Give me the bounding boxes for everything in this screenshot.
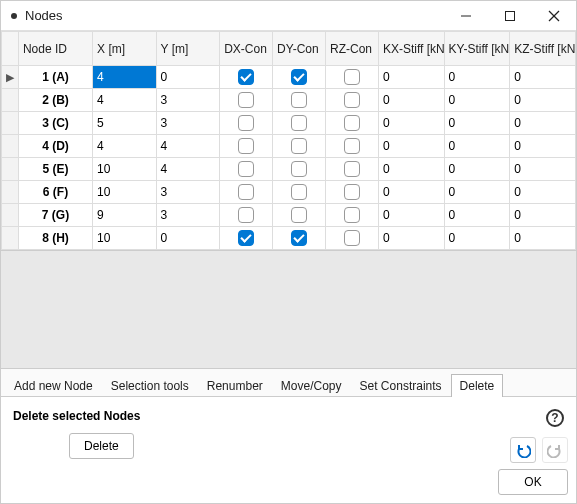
cell-kx[interactable]: 0 — [378, 158, 444, 181]
col-dx[interactable]: DX-Con — [220, 32, 273, 66]
tab-add-node[interactable]: Add new Node — [5, 374, 102, 397]
cell-node-id[interactable]: 3 (C) — [18, 112, 92, 135]
cell-dx-checkbox[interactable] — [238, 115, 254, 131]
tab-selection[interactable]: Selection tools — [102, 374, 198, 397]
cell-kx[interactable]: 0 — [378, 204, 444, 227]
cell-dy-checkbox[interactable] — [291, 207, 307, 223]
cell-kz[interactable]: 0 — [510, 112, 576, 135]
cell-dy[interactable] — [273, 66, 326, 89]
cell-kx[interactable]: 0 — [378, 66, 444, 89]
cell-kz[interactable]: 0 — [510, 66, 576, 89]
cell-dx-checkbox[interactable] — [238, 161, 254, 177]
cell-rz-checkbox[interactable] — [344, 115, 360, 131]
cell-kz[interactable]: 0 — [510, 89, 576, 112]
cell-node-id[interactable]: 7 (G) — [18, 204, 92, 227]
cell-node-id[interactable]: 6 (F) — [18, 181, 92, 204]
cell-rz-checkbox[interactable] — [344, 138, 360, 154]
cell-x[interactable]: 10 — [93, 181, 157, 204]
cell-rz[interactable] — [326, 158, 379, 181]
cell-rz-checkbox[interactable] — [344, 230, 360, 246]
cell-y[interactable]: 4 — [156, 158, 220, 181]
cell-x[interactable]: 10 — [93, 227, 157, 250]
cell-ky[interactable]: 0 — [444, 89, 510, 112]
tab-constraints[interactable]: Set Constraints — [351, 374, 451, 397]
cell-dy-checkbox[interactable] — [291, 115, 307, 131]
cell-dx-checkbox[interactable] — [238, 207, 254, 223]
cell-y[interactable]: 3 — [156, 89, 220, 112]
maximize-button[interactable] — [488, 1, 532, 31]
redo-button[interactable] — [542, 437, 568, 463]
cell-dy[interactable] — [273, 158, 326, 181]
cell-dx[interactable] — [220, 227, 273, 250]
cell-kx[interactable]: 0 — [378, 89, 444, 112]
table-row[interactable]: 7 (G)93000 — [2, 204, 576, 227]
cell-dx[interactable] — [220, 112, 273, 135]
table-row[interactable]: 5 (E)104000 — [2, 158, 576, 181]
cell-dx[interactable] — [220, 89, 273, 112]
cell-dy-checkbox[interactable] — [291, 161, 307, 177]
cell-rz-checkbox[interactable] — [344, 69, 360, 85]
cell-kz[interactable]: 0 — [510, 158, 576, 181]
cell-ky[interactable]: 0 — [444, 181, 510, 204]
cell-dx[interactable] — [220, 66, 273, 89]
cell-kz[interactable]: 0 — [510, 227, 576, 250]
col-ky[interactable]: KY-Stiff [kN/m] — [444, 32, 510, 66]
nodes-table[interactable]: Node ID X [m] Y [m] DX-Con DY-Con RZ-Con… — [1, 31, 576, 250]
cell-x[interactable]: 5 — [93, 112, 157, 135]
cell-rz-checkbox[interactable] — [344, 92, 360, 108]
tab-delete[interactable]: Delete — [451, 374, 504, 397]
help-button[interactable]: ? — [542, 405, 568, 431]
cell-rz-checkbox[interactable] — [344, 184, 360, 200]
cell-kz[interactable]: 0 — [510, 181, 576, 204]
cell-dy-checkbox[interactable] — [291, 69, 307, 85]
cell-rz[interactable] — [326, 204, 379, 227]
cell-kx[interactable]: 0 — [378, 112, 444, 135]
col-x[interactable]: X [m] — [93, 32, 157, 66]
cell-node-id[interactable]: 8 (H) — [18, 227, 92, 250]
cell-rz[interactable] — [326, 181, 379, 204]
cell-dy[interactable] — [273, 89, 326, 112]
cell-y[interactable]: 3 — [156, 112, 220, 135]
cell-dy-checkbox[interactable] — [291, 184, 307, 200]
cell-ky[interactable]: 0 — [444, 112, 510, 135]
cell-kz[interactable]: 0 — [510, 135, 576, 158]
cell-node-id[interactable]: 2 (B) — [18, 89, 92, 112]
cell-kx[interactable]: 0 — [378, 135, 444, 158]
close-button[interactable] — [532, 1, 576, 31]
cell-node-id[interactable]: 5 (E) — [18, 158, 92, 181]
cell-rz[interactable] — [326, 89, 379, 112]
cell-dy-checkbox[interactable] — [291, 138, 307, 154]
col-rz[interactable]: RZ-Con — [326, 32, 379, 66]
cell-node-id[interactable]: 1 (A) — [18, 66, 92, 89]
delete-button[interactable]: Delete — [69, 433, 134, 459]
cell-y[interactable]: 0 — [156, 66, 220, 89]
table-row[interactable]: ▶1 (A)40000 — [2, 66, 576, 89]
cell-x[interactable]: 9 — [93, 204, 157, 227]
cell-dy-checkbox[interactable] — [291, 92, 307, 108]
cell-y[interactable]: 3 — [156, 181, 220, 204]
cell-kx[interactable]: 0 — [378, 181, 444, 204]
cell-kz[interactable]: 0 — [510, 204, 576, 227]
cell-rz-checkbox[interactable] — [344, 161, 360, 177]
cell-dx-checkbox[interactable] — [238, 92, 254, 108]
cell-ky[interactable]: 0 — [444, 135, 510, 158]
cell-dx-checkbox[interactable] — [238, 69, 254, 85]
cell-rz-checkbox[interactable] — [344, 207, 360, 223]
col-y[interactable]: Y [m] — [156, 32, 220, 66]
cell-rz[interactable] — [326, 135, 379, 158]
cell-dy[interactable] — [273, 227, 326, 250]
cell-dx[interactable] — [220, 204, 273, 227]
cell-kx[interactable]: 0 — [378, 227, 444, 250]
cell-rz[interactable] — [326, 227, 379, 250]
cell-dx[interactable] — [220, 181, 273, 204]
cell-rz[interactable] — [326, 112, 379, 135]
cell-ky[interactable]: 0 — [444, 227, 510, 250]
cell-dy[interactable] — [273, 204, 326, 227]
cell-dy-checkbox[interactable] — [291, 230, 307, 246]
cell-dy[interactable] — [273, 112, 326, 135]
undo-button[interactable] — [510, 437, 536, 463]
tab-move-copy[interactable]: Move/Copy — [272, 374, 351, 397]
cell-x[interactable]: 4 — [93, 135, 157, 158]
col-kx[interactable]: KX-Stiff [kN/m] — [378, 32, 444, 66]
table-row[interactable]: 2 (B)43000 — [2, 89, 576, 112]
